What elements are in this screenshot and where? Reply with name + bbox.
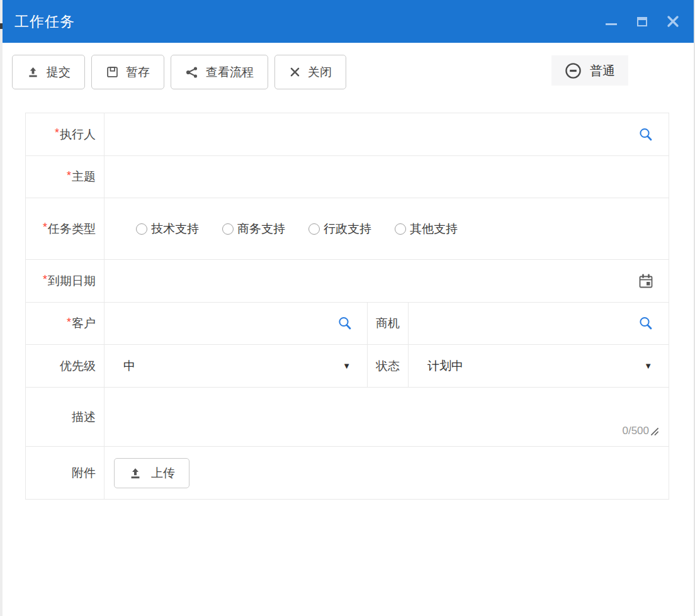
subject-label: * 主题: [26, 156, 105, 198]
save-icon: [106, 65, 119, 79]
radio-icon: [308, 223, 320, 235]
executor-field[interactable]: [105, 113, 669, 155]
window-controls: [604, 14, 680, 28]
save-draft-label: 暂存: [126, 64, 150, 81]
description-textarea[interactable]: 0/500: [105, 388, 669, 446]
upload-button[interactable]: 上传: [114, 458, 189, 488]
upload-icon: [26, 65, 40, 79]
priority-label: 优先级: [26, 345, 105, 387]
view-process-label: 查看流程: [206, 64, 254, 81]
task-type-label: * 任务类型: [26, 198, 105, 259]
opportunity-field[interactable]: [409, 303, 669, 344]
task-form: * 执行人 * 主题: [25, 113, 669, 500]
due-date-label: * 到期日期: [26, 260, 105, 302]
priority-level-badge[interactable]: 普通: [551, 55, 628, 86]
executor-row: * 执行人: [26, 113, 669, 156]
window-left-edge: [0, 0, 3, 616]
due-date-picker-button[interactable]: [638, 273, 654, 289]
maximize-icon: [637, 17, 647, 26]
attachment-row: 附件 上传: [26, 447, 669, 499]
priority-badge-label: 普通: [590, 62, 615, 79]
titlebar: 工作任务: [3, 0, 694, 43]
radio-other-support[interactable]: 其他支持: [395, 221, 458, 237]
toolbar: 提交 暂存 查看流程 关闭: [0, 43, 694, 89]
share-icon: [185, 65, 199, 79]
close-window-button[interactable]: [666, 14, 680, 28]
window-title: 工作任务: [14, 12, 75, 31]
search-icon: [638, 315, 654, 332]
required-marker: *: [67, 169, 71, 182]
submit-button[interactable]: 提交: [12, 55, 85, 89]
executor-label: * 执行人: [26, 113, 105, 155]
circle-minus-icon: [565, 62, 582, 79]
subject-row: * 主题: [26, 156, 669, 198]
minimize-icon: [606, 23, 617, 25]
priority-select[interactable]: 中 ▼: [105, 345, 367, 387]
description-label: 描述: [26, 388, 105, 446]
view-process-button[interactable]: 查看流程: [171, 55, 268, 89]
required-marker: *: [43, 273, 47, 286]
chevron-down-icon: ▼: [342, 361, 351, 371]
radio-icon: [395, 223, 406, 235]
subject-field[interactable]: [105, 156, 669, 198]
opportunity-search-button[interactable]: [638, 315, 654, 332]
due-date-row: * 到期日期: [26, 260, 669, 303]
char-counter: 0/500: [622, 425, 649, 436]
radio-icon: [136, 223, 147, 235]
priority-status-row: 优先级 中 ▼ 状态 计划中 ▼: [26, 345, 669, 388]
upload-label: 上传: [151, 465, 175, 481]
close-icon: [667, 15, 679, 28]
customer-label: * 客户: [26, 303, 105, 344]
close-form-label: 关闭: [308, 64, 332, 81]
opportunity-label: 商机: [367, 303, 409, 344]
description-counter: 0/500: [622, 425, 659, 436]
customer-opportunity-row: * 客户 商机: [26, 303, 669, 345]
customer-search-button[interactable]: [337, 315, 353, 332]
upload-icon: [128, 466, 142, 480]
task-type-field: 技术支持 商务支持 行政支持 其他支持: [105, 198, 669, 259]
background-window-notch: [0, 23, 3, 29]
calendar-icon: [638, 273, 654, 289]
radio-icon: [222, 223, 234, 235]
task-type-radio-group: 技术支持 商务支持 行政支持 其他支持: [105, 221, 458, 237]
task-type-row: * 任务类型 技术支持 商务支持 行政支持: [26, 198, 669, 260]
radio-admin-support[interactable]: 行政支持: [308, 221, 371, 237]
attachment-field: 上传: [105, 447, 669, 499]
work-task-dialog: 工作任务 提交: [0, 0, 695, 616]
resize-handle-icon[interactable]: [650, 427, 659, 436]
attachment-label: 附件: [26, 447, 105, 499]
required-marker: *: [55, 126, 59, 140]
due-date-field[interactable]: [105, 260, 669, 302]
description-row: 描述 0/500: [26, 388, 669, 447]
required-marker: *: [43, 221, 47, 234]
required-marker: *: [67, 316, 71, 329]
save-draft-button[interactable]: 暂存: [91, 55, 164, 89]
chevron-down-icon: ▼: [644, 361, 652, 371]
submit-label: 提交: [47, 64, 71, 81]
executor-search-button[interactable]: [638, 126, 654, 143]
status-select[interactable]: 计划中 ▼: [409, 345, 669, 387]
radio-tech-support[interactable]: 技术支持: [136, 221, 199, 237]
status-label: 状态: [367, 345, 409, 387]
search-icon: [638, 126, 654, 143]
status-value: 计划中: [409, 358, 463, 374]
radio-business-support[interactable]: 商务支持: [222, 221, 285, 237]
close-icon: [289, 66, 301, 78]
close-form-button[interactable]: 关闭: [274, 55, 346, 89]
priority-value: 中: [105, 358, 135, 374]
maximize-button[interactable]: [635, 14, 649, 28]
minimize-button[interactable]: [604, 14, 618, 28]
customer-field[interactable]: [105, 303, 367, 344]
search-icon: [337, 315, 353, 332]
